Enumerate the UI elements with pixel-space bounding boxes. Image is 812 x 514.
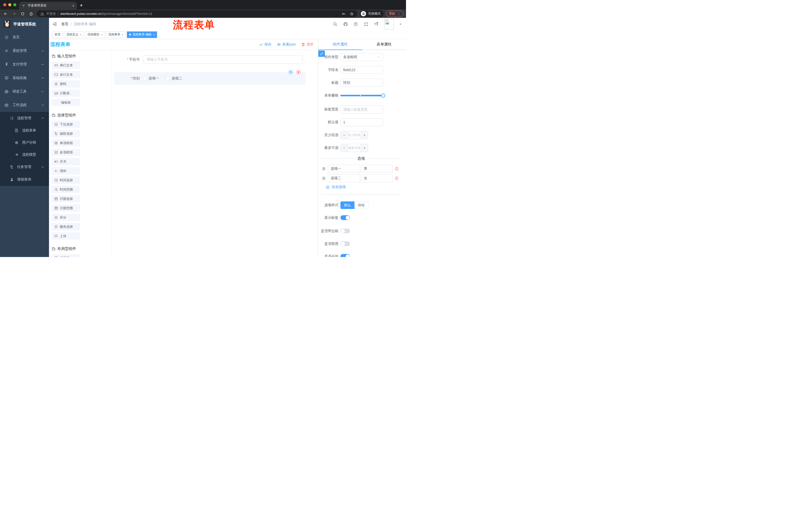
sidebar-item-infra[interactable]: 基础设施 [0,71,49,85]
option2-value-input[interactable] [361,174,393,182]
add-option-button[interactable]: 添加选项 [326,185,403,189]
view-json-button[interactable]: 查看json [277,42,296,47]
phone-field-row[interactable]: *手机号 [124,55,303,64]
gender-option1-checkbox[interactable]: 选项一 [143,76,159,81]
field-name-input[interactable] [341,66,383,74]
component-type-select[interactable]: 多选框组 [341,53,383,61]
palette-time-picker[interactable]: 时间选择 [52,177,80,184]
sidebar-item-devtools[interactable]: 研发工具 [0,85,49,98]
palette-checkbox-group[interactable]: 多选框组 [52,148,80,156]
search-icon[interactable] [332,22,338,27]
drag-handle-icon[interactable] [322,167,326,171]
max-select-input[interactable] [348,144,361,152]
sidebar-item-system[interactable]: 系统管理 [0,44,49,58]
palette-upload[interactable]: 上传 [52,232,80,240]
show-label-toggle[interactable] [341,215,350,220]
checkbox-icon[interactable] [166,77,170,80]
sidebar-item-workflow[interactable]: 工作流程 [0,98,49,112]
tab-component-props[interactable]: 组件属性 [318,39,362,50]
new-tab-button[interactable]: + [80,2,83,8]
tag-close-icon[interactable]: × [122,33,123,36]
palette-date-range[interactable]: 日期范围 [52,205,80,212]
tag-process-definition[interactable]: 流程定义× [64,31,84,38]
palette-counter[interactable]: 123计数器 [52,89,80,97]
avatar[interactable] [384,19,394,29]
fullscreen-icon[interactable] [364,22,369,27]
min-select-input[interactable] [348,131,361,139]
checkbox-icon[interactable] [143,77,146,80]
bookmark-star-icon[interactable] [350,12,354,16]
remove-option-button[interactable] [395,176,399,180]
palette-password[interactable]: 密码 [52,80,80,87]
tag-close-icon[interactable]: × [101,33,102,36]
option2-label-input[interactable] [328,174,360,182]
hamburger-collapse-icon[interactable] [52,22,57,27]
delete-component-button[interactable] [296,70,301,75]
option1-label-input[interactable] [328,165,360,173]
palette-single-text[interactable]: 单行文本 [52,62,80,69]
palette-radio-group[interactable]: 单选框组 [52,139,80,146]
palette-slider[interactable]: 滑块 [52,167,80,174]
tag-close-icon[interactable]: × [80,33,81,36]
clear-button[interactable]: 清空 [301,42,314,47]
update-button[interactable]: 更新 ⋮ [386,10,404,17]
palette-color-picker[interactable]: 颜色选择 [52,223,80,231]
drag-handle-icon[interactable] [322,176,326,180]
maximize-window-button[interactable] [13,3,16,6]
sidebar-item-process-model[interactable]: 流程模型 [0,148,49,161]
sidebar-item-user-group[interactable]: 用户分组 [0,137,49,148]
phone-field-input[interactable] [143,55,303,64]
slider-handle[interactable] [381,93,385,98]
font-size-icon[interactable]: TT [374,22,379,27]
border-toggle[interactable] [341,228,350,233]
sidebar-item-payment[interactable]: ¥ 支付管理 [0,58,49,71]
github-icon[interactable] [343,22,348,27]
default-value-input[interactable] [341,118,383,126]
tag-process-form-edit[interactable]: 流程表单-编辑× [127,31,157,38]
address-bar[interactable]: 不安全 dashboard.yudao.iocoder.cn/bpm/manag… [37,10,357,17]
tag-home[interactable]: 首页 [52,31,63,38]
palette-row-container[interactable]: 行容器 [52,254,80,257]
minimize-window-button[interactable] [8,3,11,6]
data-binding-link-tag[interactable] [318,51,325,57]
sidebar-item-home[interactable]: 首页 [0,30,49,44]
tab-form-props[interactable]: 表单属性 [362,39,406,50]
tag-close-icon[interactable]: × [153,33,154,36]
avatar-caret-down-icon[interactable] [399,23,402,26]
minus-button[interactable]: − [341,131,348,139]
home-icon[interactable] [28,11,34,17]
forward-icon[interactable] [11,11,17,17]
close-window-button[interactable] [3,3,6,6]
gender-option2-checkbox[interactable]: 选项二 [166,76,182,81]
style-button-button[interactable]: 按钮 [354,201,368,209]
palette-time-range[interactable]: 时间范围 [52,186,80,193]
tag-process-form[interactable]: 流程表单× [106,31,126,38]
plus-button[interactable]: + [361,131,368,139]
tab-close-icon[interactable]: × [72,4,75,8]
sidebar-item-process-manage[interactable]: 流程管理 [0,112,49,125]
duplicate-component-button[interactable] [288,70,293,75]
breadcrumb-home[interactable]: 首页 [61,22,68,26]
required-toggle[interactable] [341,254,350,257]
title-input[interactable] [341,79,383,87]
plus-button[interactable]: + [361,144,368,152]
label-width-input[interactable] [341,105,383,113]
minus-button[interactable]: − [341,144,348,152]
back-icon[interactable] [2,11,8,17]
option1-value-input[interactable] [361,165,393,173]
palette-cascader[interactable]: 级联选择 [52,130,80,137]
tag-process-model[interactable]: 流程模型× [85,31,105,38]
browser-tab[interactable]: 芋道管理系统 × [19,2,77,9]
style-default-button[interactable]: 默认 [341,201,354,209]
browser-menu-icon[interactable]: ⋮ [397,12,401,16]
sidebar-item-task-manage[interactable]: 任务管理 [0,161,49,173]
palette-switch[interactable]: 开关 [52,158,80,165]
palette-editor[interactable]: 编辑器 [52,99,80,106]
form-canvas[interactable]: *手机号 [112,50,318,257]
remove-option-button[interactable] [395,167,399,171]
disabled-toggle[interactable] [341,241,350,246]
reload-icon[interactable] [20,11,26,17]
sidebar-item-process-form[interactable]: 流程表单 [0,125,49,137]
save-button[interactable]: 保存 [259,42,271,47]
password-key-icon[interactable] [342,12,346,16]
